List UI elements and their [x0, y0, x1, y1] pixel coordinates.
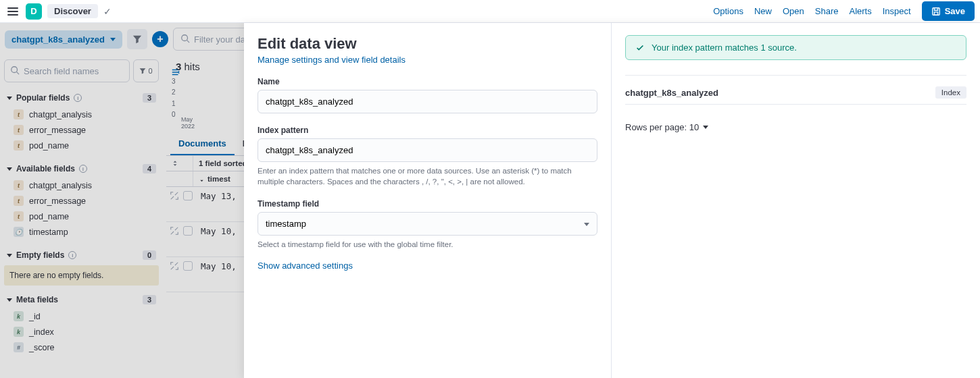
field-type-text-icon: t: [14, 140, 24, 151]
name-input[interactable]: [258, 90, 597, 113]
field-item[interactable]: tpod_name: [4, 138, 159, 153]
chevron-down-icon: [7, 254, 12, 257]
field-name: error_message: [29, 196, 86, 206]
empty-fields-message: There are no empty fields.: [4, 265, 159, 286]
field-name: pod_name: [29, 212, 69, 221]
field-type-text-icon: t: [14, 109, 24, 119]
svg-rect-0: [932, 7, 939, 15]
chart-y-tick: 0: [172, 111, 176, 118]
field-name: pod_name: [29, 141, 69, 151]
field-name: _index: [29, 327, 54, 337]
name-label: Name: [258, 77, 597, 86]
section-meta[interactable]: Meta fields 3: [4, 291, 159, 308]
field-name: chatgpt_analysis: [29, 181, 92, 190]
field-search-input[interactable]: Search field names: [4, 59, 130, 82]
section-label: Available fields: [16, 164, 75, 173]
field-filter-button[interactable]: 0: [133, 59, 159, 82]
field-name: chatgpt_analysis: [29, 110, 92, 119]
expand-icon[interactable]: [170, 226, 179, 236]
filter-button[interactable]: [127, 29, 147, 49]
chart-x-tick: May 2022: [181, 117, 195, 130]
field-name: _id: [29, 312, 41, 321]
header-link-alerts[interactable]: Alerts: [849, 6, 871, 16]
section-popular[interactable]: Popular fields i 3: [4, 89, 159, 107]
field-item[interactable]: 🕑timestamp: [4, 224, 159, 240]
chevron-down-icon: [7, 167, 12, 171]
index-pattern-label: Index pattern: [258, 126, 597, 135]
save-button[interactable]: Save: [922, 1, 975, 21]
breadcrumb[interactable]: Discover: [47, 4, 98, 18]
section-empty[interactable]: Empty fields i 0: [4, 246, 159, 264]
matched-source-row: chatgpt_k8s_analyzed Index: [625, 81, 966, 105]
expand-icon[interactable]: [170, 261, 179, 271]
field-type-keyword-icon: k: [14, 327, 24, 337]
section-count: 3: [143, 93, 156, 103]
field-type-text-icon: t: [14, 211, 24, 221]
section-label: Popular fields: [16, 93, 70, 103]
add-filter-button[interactable]: +: [152, 31, 168, 47]
query-bar[interactable]: Filter your data u: [173, 28, 254, 51]
row-timestamp: May 10,: [193, 226, 237, 236]
info-icon: i: [79, 165, 87, 173]
svg-rect-1: [934, 11, 937, 14]
expand-icon[interactable]: [170, 191, 179, 200]
timestamp-field-help: Select a timestamp field for use with th…: [258, 239, 597, 250]
rows-per-page-selector[interactable]: Rows per page: 10: [625, 122, 966, 132]
advanced-settings-link[interactable]: Show advanced settings: [258, 261, 353, 271]
menu-icon[interactable]: [5, 4, 20, 19]
tab-documents[interactable]: Documents: [170, 133, 235, 155]
field-type-text-icon: t: [14, 180, 24, 190]
section-count: 3: [143, 295, 156, 304]
timestamp-field-label: Timestamp field: [258, 199, 597, 209]
field-type-number-icon: #: [14, 342, 24, 352]
section-count: 0: [143, 250, 156, 260]
index-badge: Index: [935, 86, 966, 99]
row-timestamp: May 10,: [193, 261, 237, 271]
field-item[interactable]: #_score: [4, 340, 159, 355]
search-icon: [180, 34, 190, 45]
data-view-selector[interactable]: chatgpt_k8s_analyzed: [5, 30, 122, 49]
grid-controls-col: [166, 171, 193, 186]
chevron-down-icon: [7, 298, 12, 302]
info-icon: i: [74, 94, 82, 102]
field-type-keyword-icon: k: [14, 311, 24, 321]
chart-y-tick: 3: [172, 78, 176, 85]
save-button-label: Save: [945, 6, 965, 16]
field-item[interactable]: terror_message: [4, 193, 159, 209]
grid-controls-col: [166, 156, 193, 171]
field-item[interactable]: tpod_name: [4, 209, 159, 224]
success-message: Your index pattern matches 1 source.: [652, 43, 797, 53]
check-icon: [635, 43, 645, 53]
row-checkbox[interactable]: [183, 261, 193, 271]
chevron-down-icon: [110, 38, 116, 41]
section-label: Empty fields: [16, 250, 64, 260]
field-item[interactable]: tchatgpt_analysis: [4, 107, 159, 122]
header-link-share[interactable]: Share: [815, 6, 839, 16]
section-available[interactable]: Available fields i 4: [4, 160, 159, 178]
manage-settings-link[interactable]: Manage settings and view field details: [258, 55, 597, 65]
field-type-text-icon: t: [14, 125, 24, 135]
field-name: error_message: [29, 126, 86, 135]
saved-check-icon: ✓: [103, 6, 112, 17]
header-link-open[interactable]: Open: [783, 6, 804, 16]
rows-per-page-label: Rows per page: 10: [625, 122, 699, 132]
header-link-new[interactable]: New: [754, 6, 772, 16]
header-link-options[interactable]: Options: [713, 6, 743, 16]
flyout-title: Edit data view: [258, 35, 597, 53]
row-checkbox[interactable]: [183, 226, 193, 236]
info-icon: i: [68, 251, 76, 259]
section-count: 4: [143, 164, 156, 173]
field-item[interactable]: k_id: [4, 308, 159, 324]
field-item[interactable]: k_index: [4, 324, 159, 340]
field-item[interactable]: tchatgpt_analysis: [4, 178, 159, 193]
row-checkbox[interactable]: [183, 191, 193, 200]
field-type-text-icon: t: [14, 196, 24, 206]
chevron-down-icon: [7, 97, 12, 100]
svg-point-3: [11, 66, 18, 72]
matched-source-name: chatgpt_k8s_analyzed: [625, 88, 718, 98]
field-item[interactable]: terror_message: [4, 122, 159, 138]
header-link-inspect[interactable]: Inspect: [883, 6, 911, 16]
app-icon: D: [26, 3, 42, 20]
index-pattern-input[interactable]: [258, 138, 597, 162]
timestamp-field-select[interactable]: [258, 212, 597, 236]
